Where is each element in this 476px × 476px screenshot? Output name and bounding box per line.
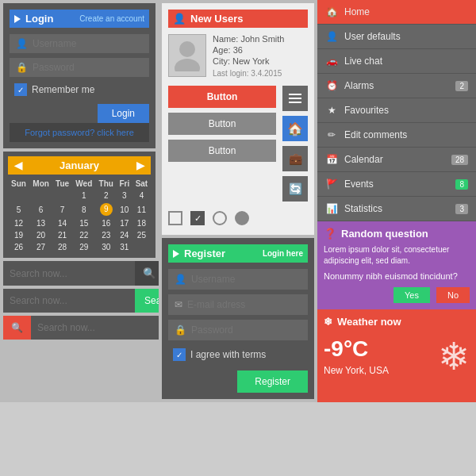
calendar-day[interactable]: 26: [8, 241, 29, 253]
calendar-day[interactable]: 16: [96, 217, 117, 229]
action-buttons: Button Button Button: [168, 86, 276, 202]
no-button[interactable]: No: [436, 287, 470, 303]
remember-checkbox[interactable]: ✓: [14, 83, 27, 96]
calendar-day[interactable]: 6: [29, 202, 52, 217]
username-input[interactable]: [33, 38, 143, 49]
action-button-3[interactable]: Button: [168, 140, 276, 162]
nav-badge: 28: [451, 155, 468, 165]
cal-day-thu: Thu: [96, 178, 117, 190]
nav-item-home[interactable]: 🏠Home: [317, 0, 476, 25]
calendar-day[interactable]: 18: [132, 217, 151, 229]
remember-label: Remember me: [32, 84, 94, 95]
nav-item-label: Home: [344, 6, 370, 17]
lock-icon: 🔒: [16, 62, 28, 73]
calendar-day[interactable]: 23: [96, 229, 117, 241]
calendar-day[interactable]: 20: [29, 229, 52, 241]
forgot-click-here[interactable]: click here: [97, 128, 133, 137]
calendar-day[interactable]: 13: [29, 217, 52, 229]
action-button-1[interactable]: Button: [168, 86, 276, 108]
login-button[interactable]: Login: [98, 104, 149, 123]
user-info: Name: John Smith Age: 36 City: New York …: [168, 34, 308, 79]
calendar-day[interactable]: 8: [72, 202, 96, 217]
new-users-header: 👤 New Users: [168, 10, 308, 28]
calendar-day[interactable]: 14: [52, 217, 72, 229]
reg-email-input[interactable]: [187, 299, 301, 310]
search-input-2[interactable]: [3, 289, 135, 313]
login-here-link[interactable]: Login here: [263, 249, 303, 258]
calendar-day: [8, 190, 29, 202]
calendar-day[interactable]: 9: [96, 202, 117, 217]
nav-item-live-chat[interactable]: 🚗Live chat: [317, 49, 476, 74]
user-icon: 👤: [16, 38, 28, 49]
calendar-day[interactable]: 5: [8, 202, 29, 217]
calendar-day[interactable]: 29: [72, 241, 96, 253]
reg-password-input[interactable]: [191, 324, 301, 336]
calendar-day[interactable]: 19: [8, 229, 29, 241]
cal-prev[interactable]: ◀: [14, 159, 22, 171]
calendar-day[interactable]: 30: [96, 241, 117, 253]
calendar-day[interactable]: 2: [96, 190, 117, 202]
nav-item-user-defaults[interactable]: 👤User defaults: [317, 25, 476, 49]
register-button[interactable]: Register: [237, 370, 308, 393]
checkbox-empty[interactable]: [168, 211, 182, 225]
new-users-icon: 👤: [173, 13, 186, 25]
reg-username-input[interactable]: [191, 274, 301, 285]
briefcase-button[interactable]: 💼: [282, 146, 308, 171]
login-title: Login: [25, 13, 53, 25]
nav-item-statistics[interactable]: 📊Statistics3: [317, 197, 476, 221]
weather-header: ❄ Weather now: [324, 316, 470, 328]
calendar-day[interactable]: 31: [117, 241, 132, 253]
random-question-text: Lorem ipsum dolor sit, consectetuer adip…: [324, 244, 470, 267]
calendar-day[interactable]: 28: [52, 241, 72, 253]
calendar-day[interactable]: 11: [132, 202, 151, 217]
radio-filled[interactable]: [235, 211, 249, 225]
calendar-day[interactable]: 25: [132, 229, 151, 241]
checkbox-checked[interactable]: ✓: [190, 211, 205, 225]
nav-badge: 3: [455, 204, 468, 214]
random-question-buttons: Yes No: [324, 287, 470, 303]
calendar-day[interactable]: 24: [117, 229, 132, 241]
reg-email-row: ✉: [168, 294, 308, 315]
calendar-day[interactable]: 21: [52, 229, 72, 241]
cal-day-mon: Mon: [29, 178, 52, 190]
calendar-box: ◀ January ▶ Sun Mon Tue Wed Thu Fri Sat: [3, 152, 155, 258]
calendar-day[interactable]: 15: [72, 217, 96, 229]
nav-item-events[interactable]: 🚩Events8: [317, 172, 476, 197]
user-city: City: New York: [213, 56, 284, 66]
calendar-day[interactable]: 7: [52, 202, 72, 217]
agree-checkbox[interactable]: ✓: [173, 348, 186, 361]
search-box-3: 🔍: [3, 316, 155, 340]
nav-item-alarms[interactable]: ⏰Alarms2: [317, 74, 476, 98]
calendar-day[interactable]: 17: [117, 217, 132, 229]
action-button-2[interactable]: Button: [168, 113, 276, 135]
cal-month: January: [60, 159, 99, 171]
calendar-day[interactable]: 1: [72, 190, 96, 202]
create-account-link[interactable]: Create an account: [79, 14, 144, 23]
register-title: Register: [184, 248, 225, 259]
calendar-day[interactable]: 22: [72, 229, 96, 241]
nav-item-edit-comments[interactable]: ✏Edit comments: [317, 123, 476, 148]
hamburger-icon: [289, 94, 301, 103]
refresh-button[interactable]: 🔄: [282, 176, 308, 202]
calendar-day[interactable]: 12: [8, 217, 29, 229]
calendar-day[interactable]: 27: [29, 241, 52, 253]
search-input-1[interactable]: [3, 262, 135, 286]
home-icon-button[interactable]: 🏠: [282, 116, 308, 141]
hamburger-button[interactable]: [282, 86, 308, 111]
register-box: Register Login here 👤 ✉ 🔒 ✓ I agree wi: [162, 238, 314, 399]
weather-info: -9°C New York, USA: [324, 336, 389, 376]
search-icon-red: 🔍: [3, 316, 31, 340]
calendar-day[interactable]: 3: [117, 190, 132, 202]
search-input-3[interactable]: [31, 316, 163, 340]
user-details: Name: John Smith Age: 36 City: New York …: [213, 34, 284, 79]
yes-button[interactable]: Yes: [393, 287, 430, 303]
calendar-day[interactable]: 10: [117, 202, 132, 217]
nav-item-favourites[interactable]: ★Favourites: [317, 98, 476, 123]
cal-next[interactable]: ▶: [136, 159, 144, 171]
password-input[interactable]: [33, 62, 143, 73]
radio-empty[interactable]: [213, 211, 227, 225]
nav-item-calendar[interactable]: 📅Calendar28: [317, 148, 476, 172]
calendar-day[interactable]: 4: [132, 190, 151, 202]
random-question-body: Nonummy nibh euismod tincidunt?: [324, 271, 470, 281]
nav-icon-5: ✏: [325, 129, 338, 140]
